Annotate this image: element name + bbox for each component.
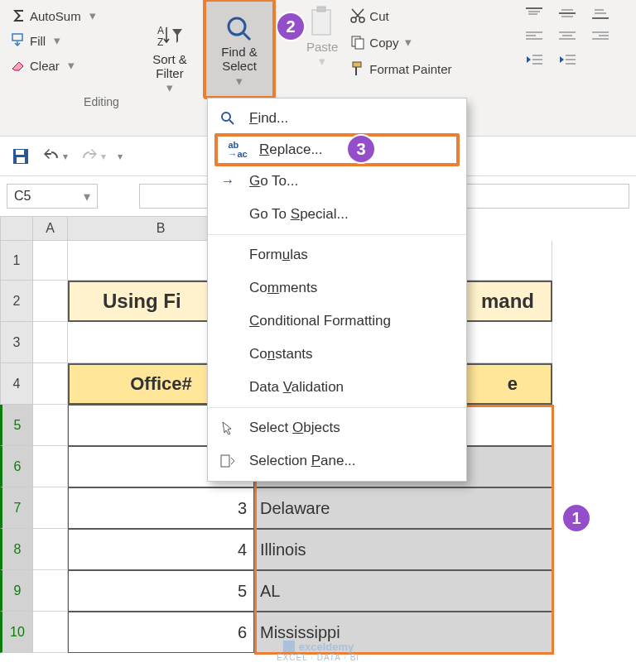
cell-value: AL bbox=[260, 582, 280, 601]
row-header[interactable]: 6 bbox=[0, 446, 33, 487]
search-icon bbox=[218, 111, 238, 126]
header-state-label: e bbox=[508, 373, 518, 395]
cell[interactable]: 4 bbox=[68, 529, 254, 570]
align-right-button[interactable] bbox=[588, 28, 613, 45]
menu-comments-label: Comments bbox=[249, 280, 317, 296]
menu-formulas[interactable]: Formulas bbox=[208, 238, 466, 271]
chevron-down-icon: ▾ bbox=[236, 74, 243, 88]
menu-goto-label: Go To... bbox=[249, 173, 298, 190]
watermark-sub: EXCEL · DATA · BI bbox=[277, 653, 359, 662]
align-middle-button[interactable] bbox=[555, 5, 580, 22]
fill-down-icon bbox=[10, 32, 26, 49]
callout-badge-1: 1 bbox=[561, 503, 591, 533]
menu-select-objects-label: Select Objects bbox=[249, 420, 340, 436]
cell[interactable] bbox=[33, 612, 68, 653]
cut-label: Cut bbox=[369, 9, 388, 23]
svg-rect-40 bbox=[283, 641, 295, 652]
cell[interactable] bbox=[33, 405, 68, 446]
chevron-down-icon[interactable]: ▾ bbox=[118, 151, 123, 162]
paste-button[interactable]: Paste ▾ bbox=[298, 0, 346, 99]
col-header-a[interactable]: A bbox=[33, 216, 68, 241]
chevron-down-icon: ▾ bbox=[63, 151, 68, 162]
align-center-icon bbox=[559, 31, 576, 42]
row-header[interactable]: 9 bbox=[0, 570, 33, 612]
align-bottom-button[interactable] bbox=[588, 5, 613, 22]
svg-rect-4 bbox=[312, 10, 330, 35]
menu-find[interactable]: Find... bbox=[208, 102, 466, 135]
sort-filter-icon: A Z bbox=[156, 22, 184, 50]
menu-constants[interactable]: Constants bbox=[208, 338, 466, 371]
chevron-down-icon: ▾ bbox=[84, 189, 90, 204]
menu-selection-pane[interactable]: Selection Pane... bbox=[208, 444, 466, 478]
paintbrush-icon bbox=[349, 60, 366, 77]
cell[interactable] bbox=[33, 322, 68, 363]
callout-badge-3: 3 bbox=[346, 134, 376, 164]
menu-separator bbox=[208, 407, 466, 408]
row-header[interactable]: 5 bbox=[0, 405, 33, 446]
row-header[interactable]: 10 bbox=[0, 612, 33, 653]
align-top-button[interactable] bbox=[522, 5, 547, 22]
menu-conditional-formatting[interactable]: Conditional Formatting bbox=[208, 305, 466, 338]
fill-label: Fill bbox=[30, 34, 46, 48]
cell[interactable]: 6 bbox=[68, 612, 254, 653]
editing-group-label: Editing bbox=[0, 95, 203, 108]
cell[interactable] bbox=[33, 281, 68, 322]
save-button[interactable] bbox=[12, 147, 30, 166]
svg-rect-5 bbox=[317, 7, 325, 12]
find-select-button[interactable]: Find & Select ▾ bbox=[203, 0, 276, 99]
name-box[interactable]: C5 ▾ bbox=[7, 184, 98, 209]
chevron-down-icon: ▾ bbox=[54, 33, 60, 48]
svg-rect-36 bbox=[16, 150, 24, 155]
redo-button[interactable]: ▾ bbox=[80, 147, 106, 166]
header-office-label: Office# bbox=[130, 373, 192, 395]
row-header[interactable]: 4 bbox=[0, 363, 33, 405]
select-all-corner[interactable] bbox=[0, 216, 33, 241]
autosum-button[interactable]: AutoSum ▾ bbox=[7, 5, 130, 26]
format-painter-button[interactable]: Format Painter bbox=[346, 58, 455, 79]
clear-button[interactable]: Clear ▾ bbox=[7, 55, 130, 76]
cell[interactable] bbox=[33, 529, 68, 570]
copy-button[interactable]: Copy ▾ bbox=[346, 31, 455, 53]
selection-pane-icon bbox=[218, 454, 238, 468]
align-center-button[interactable] bbox=[555, 28, 580, 45]
menu-comments[interactable]: Comments bbox=[208, 271, 466, 305]
decrease-indent-button[interactable] bbox=[522, 51, 547, 68]
cursor-icon bbox=[218, 420, 238, 435]
align-left-button[interactable] bbox=[522, 28, 547, 45]
cell[interactable]: Delaware bbox=[254, 487, 552, 529]
cell[interactable] bbox=[33, 446, 68, 487]
fill-button[interactable]: Fill ▾ bbox=[7, 30, 130, 51]
cell[interactable] bbox=[33, 363, 68, 405]
menu-data-validation[interactable]: Data Validation bbox=[208, 371, 466, 404]
cell[interactable] bbox=[33, 241, 68, 281]
cell[interactable]: Illinois bbox=[254, 529, 552, 570]
cell[interactable]: AL bbox=[254, 570, 552, 612]
cell-value: Illinois bbox=[260, 540, 306, 559]
cell[interactable]: 3 bbox=[68, 487, 254, 529]
menu-goto[interactable]: → Go To... bbox=[208, 165, 466, 198]
row-header[interactable]: 7 bbox=[0, 487, 33, 529]
cut-button[interactable]: Cut bbox=[346, 5, 455, 26]
svg-point-38 bbox=[222, 113, 230, 121]
row-header[interactable]: 3 bbox=[0, 322, 33, 363]
cell[interactable] bbox=[33, 487, 68, 529]
menu-goto-special-label: Go To Special... bbox=[249, 206, 349, 223]
menu-cond-format-label: Conditional Formatting bbox=[249, 313, 391, 329]
row-header[interactable]: 1 bbox=[0, 241, 33, 281]
cell[interactable]: 5 bbox=[68, 570, 254, 612]
indent-left-icon bbox=[526, 54, 542, 65]
svg-rect-37 bbox=[17, 157, 25, 163]
menu-find-label: Find... bbox=[249, 110, 288, 127]
cell[interactable] bbox=[33, 570, 68, 612]
menu-goto-special[interactable]: Go To Special... bbox=[208, 198, 466, 231]
row-header[interactable]: 2 bbox=[0, 281, 33, 322]
menu-data-validation-label: Data Validation bbox=[249, 379, 344, 396]
row-header[interactable]: 8 bbox=[0, 529, 33, 570]
undo-button[interactable]: ▾ bbox=[41, 147, 68, 166]
menu-formulas-label: Formulas bbox=[249, 247, 308, 263]
menu-replace[interactable]: ab→ac Replace... bbox=[214, 133, 460, 166]
cell-value: 4 bbox=[238, 540, 247, 559]
menu-select-objects[interactable]: Select Objects bbox=[208, 411, 466, 444]
increase-indent-button[interactable] bbox=[555, 51, 580, 68]
cell-value: 3 bbox=[238, 499, 247, 518]
